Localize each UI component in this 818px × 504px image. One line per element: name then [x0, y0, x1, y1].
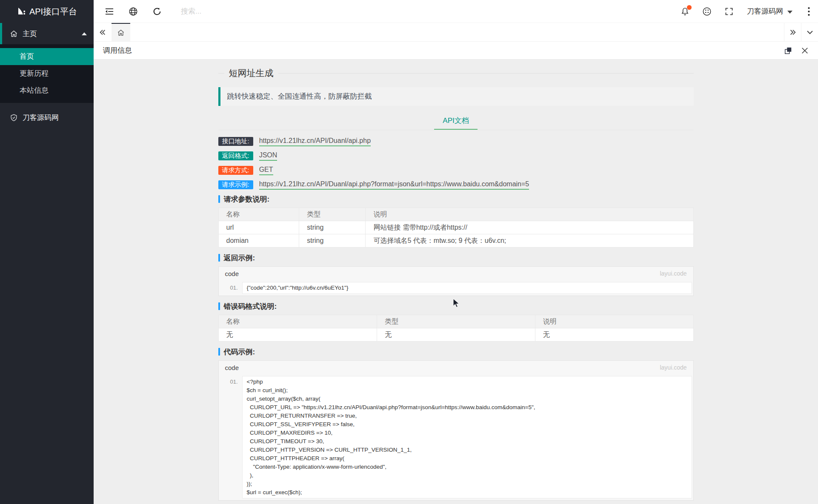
more-icon[interactable]	[799, 0, 818, 23]
section-bar-icon	[218, 195, 220, 203]
tabbar	[94, 23, 818, 42]
table-cell: string	[299, 221, 366, 234]
section-title-text: 返回示例:	[224, 253, 255, 263]
sidebar: API接口平台 主页 首页更新历程本站信息 刀客源码网	[0, 0, 94, 504]
sidebar-sub-item-1[interactable]: 更新历程	[0, 65, 94, 82]
field-row-2: 请求方式:GET	[218, 166, 694, 175]
table-header-cell: 名称	[218, 208, 299, 221]
table-header-cell: 名称	[218, 315, 377, 328]
section-title-example: 代码示例:	[218, 347, 694, 356]
globe-icon[interactable]	[121, 0, 145, 23]
code-block-brand: layui.code	[660, 270, 686, 277]
shield-icon	[10, 114, 18, 122]
section-title-text: 请求参数说明:	[224, 194, 270, 204]
content-area[interactable]: 短网址生成 跳转快速稳定、全国连通性高，防屏蔽防拦截 API文档 接口地址:ht…	[94, 60, 818, 504]
section-title-params: 请求参数说明:	[218, 195, 694, 203]
field-row-1: 返回格式:JSON	[218, 151, 694, 160]
api-doc: 短网址生成 跳转快速稳定、全国连通性高，防屏蔽防拦截 API文档 接口地址:ht…	[218, 60, 694, 501]
tab-home[interactable]	[112, 23, 130, 41]
restore-icon[interactable]	[784, 46, 792, 55]
doc-title-divider: 短网址生成	[218, 73, 694, 74]
sidebar-sub-item-2[interactable]: 本站信息	[0, 82, 94, 99]
table-cell: 无	[218, 328, 377, 342]
code-block-header: code layui.code	[219, 361, 693, 374]
code-line-number: 01.	[219, 376, 242, 498]
search-input[interactable]	[180, 7, 363, 16]
response-json: {"code":200,"url":"http://u6v.cn/6uEYo1"…	[243, 282, 692, 293]
field-value-link[interactable]: https://v1.21lhz.cn/API/Duanl/api.php	[259, 137, 371, 146]
code-block-body: 01. {"code":200,"url":"http://u6v.cn/6uE…	[219, 280, 693, 296]
fullscreen-icon[interactable]	[718, 0, 740, 23]
table-header-cell: 说明	[535, 315, 693, 328]
table-header-cell: 类型	[377, 315, 535, 328]
doc-tabs: API文档	[218, 112, 694, 130]
section-bar-icon	[218, 302, 220, 310]
user-menu[interactable]: 刀客源码网	[740, 0, 799, 23]
caret-down-icon	[787, 11, 792, 14]
bell-icon[interactable]	[674, 0, 696, 23]
table-row: domianstring可选择域名5 代表：mtw.so; 9 代表：u6v.c…	[218, 234, 693, 248]
table-cell: domian	[218, 234, 299, 248]
table-cell: 无	[377, 328, 535, 342]
response-code-block: code layui.code 01. {"code":200,"url":"h…	[218, 266, 694, 296]
code-content[interactable]: <?php $ch = curl_init(); curl_setopt_arr…	[242, 376, 692, 498]
section-title-text: 代码示例:	[224, 347, 255, 357]
field-badge: 请求方式:	[218, 166, 253, 175]
logo-title: API接口平台	[29, 6, 77, 17]
tab-operations-icon[interactable]	[801, 23, 818, 41]
logo[interactable]: API接口平台	[0, 0, 94, 23]
panel-header: 调用信息	[94, 42, 818, 60]
field-badge: 接口地址:	[218, 137, 253, 146]
error-table: 名称类型说明无无无	[218, 315, 694, 342]
caret-up-icon	[82, 32, 87, 35]
notification-dot	[687, 5, 692, 10]
table-cell: 可选择域名5 代表：mtw.so; 9 代表：u6v.cn;	[366, 234, 693, 248]
field-badge: 请求示例:	[218, 180, 253, 189]
close-icon[interactable]	[801, 47, 809, 54]
refresh-icon[interactable]	[145, 0, 169, 23]
table-row: 无无无	[218, 328, 693, 342]
table-cell: url	[218, 221, 299, 234]
section-bar-icon	[218, 254, 220, 262]
tab-scroll-right-icon[interactable]	[784, 23, 801, 41]
doc-title: 短网址生成	[224, 67, 278, 79]
table-header-cell: 类型	[299, 208, 366, 221]
code-block-header: code layui.code	[219, 267, 693, 280]
tab-scroll-left-icon[interactable]	[94, 23, 112, 41]
topbar-right: 刀客源码网	[674, 0, 818, 23]
home-icon	[117, 29, 125, 37]
sidebar-item-home-group[interactable]: 主页	[0, 23, 94, 44]
field-badge: 返回格式:	[218, 151, 253, 160]
sidebar-sub-item-0[interactable]: 首页	[0, 48, 94, 65]
example-code-block: code layui.code 01. <?php $ch = curl_ini…	[218, 360, 694, 501]
field-value-link[interactable]: https://v1.21lhz.cn/API/Duanl/api.php?fo…	[259, 180, 529, 190]
table-header-cell: 说明	[366, 208, 693, 221]
section-bar-icon	[218, 348, 220, 356]
code-line-number: 01.	[219, 282, 242, 294]
main-area: 刀客源码网	[94, 0, 818, 504]
table-row: urlstring网站链接 需带http://或者https://	[218, 221, 693, 234]
tab-api-doc[interactable]: API文档	[434, 112, 477, 130]
home-icon	[10, 30, 18, 38]
theme-icon[interactable]	[696, 0, 718, 23]
sidebar-item-daoke[interactable]: 刀客源码网	[0, 107, 94, 128]
table-cell: 无	[535, 328, 693, 342]
logo-icon	[17, 6, 26, 17]
mouse-cursor	[450, 298, 463, 310]
section-title-text: 错误码格式说明:	[224, 302, 277, 311]
code-block-brand: layui.code	[660, 364, 686, 371]
table-cell: 网站链接 需带http://或者https://	[366, 221, 693, 234]
code-content[interactable]: {"code":200,"url":"http://u6v.cn/6uEYo1"…	[242, 282, 692, 294]
collapse-sidebar-icon[interactable]	[97, 0, 121, 23]
field-value-link[interactable]: GET	[259, 166, 273, 175]
field-row-3: 请求示例:https://v1.21lhz.cn/API/Duanl/api.p…	[218, 180, 694, 189]
panel-title: 调用信息	[103, 46, 132, 55]
field-value-link[interactable]: JSON	[259, 151, 277, 161]
section-title-response: 返回示例:	[218, 253, 694, 262]
code-block-body: 01. <?php $ch = curl_init(); curl_setopt…	[219, 374, 693, 500]
table-cell: string	[299, 234, 366, 248]
php-example-code: <?php $ch = curl_init(); curl_setopt_arr…	[243, 376, 692, 498]
field-list: 接口地址:https://v1.21lhz.cn/API/Duanl/api.p…	[218, 137, 694, 189]
params-table: 名称类型说明urlstring网站链接 需带http://或者https://d…	[218, 208, 694, 248]
tab-spacer	[130, 23, 784, 41]
